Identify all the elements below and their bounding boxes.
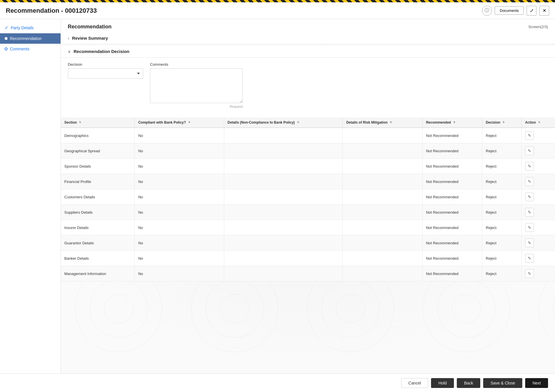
cell-section: Customers Details — [61, 189, 135, 205]
cell-compliant: No — [135, 189, 224, 205]
cell-details-risk — [343, 174, 422, 189]
chevron-right-icon: › — [68, 36, 69, 41]
edit-button[interactable]: ✎ — [525, 239, 534, 247]
app-container: Recommendation - 000120733 ⓘ Documents ⤢… — [0, 0, 555, 392]
hazard-stripe — [0, 0, 555, 2]
back-button[interactable]: Back — [457, 378, 480, 388]
sort-icon-section[interactable]: ⇅ — [79, 121, 81, 124]
cell-details-nc — [224, 143, 343, 159]
cell-section: Sponsor Details — [61, 159, 135, 174]
edit-button[interactable]: ✎ — [525, 193, 534, 201]
content-title: Recommendation — [68, 24, 112, 30]
recommendation-decision-section: ∨ Recommendation Decision Decision — [61, 45, 555, 281]
cell-compliant: No — [135, 143, 224, 159]
table-container: Section ⇅ Compliant with Bank Policy? ⇅ — [61, 118, 555, 281]
cell-details-risk — [343, 189, 422, 205]
cell-decision: Reject — [482, 235, 522, 251]
form-row: Decision Comments Required — [68, 62, 548, 108]
table-row: Guarantor DetailsNoNot RecommendedReject… — [61, 235, 555, 251]
cell-compliant: No — [135, 235, 224, 251]
edit-button[interactable]: ✎ — [525, 131, 534, 140]
cell-action: ✎ — [521, 220, 555, 235]
table-header-row: Section ⇅ Compliant with Bank Policy? ⇅ — [61, 118, 555, 128]
save-close-button[interactable]: Save & Close — [483, 378, 522, 388]
cell-action: ✎ — [521, 235, 555, 251]
sort-icon-details-risk[interactable]: ⇅ — [390, 121, 392, 124]
required-label: Required — [150, 105, 243, 108]
info-button[interactable]: ⓘ — [482, 6, 492, 16]
cell-recommended: Not Recommended — [422, 189, 482, 205]
sort-icon-details-nc[interactable]: ⇅ — [297, 121, 299, 124]
cancel-button[interactable]: Cancel — [401, 378, 428, 388]
cell-compliant: No — [135, 220, 224, 235]
dot-icon-comments — [5, 47, 8, 50]
cell-details-risk — [343, 159, 422, 174]
table-row: Sponsor DetailsNoNot RecommendedReject✎ — [61, 159, 555, 174]
sidebar-item-comments[interactable]: Comments — [0, 44, 61, 54]
cell-details-nc — [224, 189, 343, 205]
cell-recommended: Not Recommended — [422, 174, 482, 189]
edit-button[interactable]: ✎ — [525, 177, 534, 186]
sidebar: ✓ Party Details Recommendation Comments — [0, 19, 61, 373]
cell-details-risk — [343, 235, 422, 251]
next-button[interactable]: Next — [525, 378, 548, 388]
sort-icon-decision[interactable]: ⇅ — [503, 121, 505, 124]
cell-details-nc — [224, 174, 343, 189]
documents-button[interactable]: Documents — [495, 6, 524, 15]
edit-button[interactable]: ✎ — [525, 162, 534, 171]
cell-recommended: Not Recommended — [422, 205, 482, 220]
content-inner: Recommendation Screen(2/3) › Review Summ… — [61, 19, 555, 373]
edit-button[interactable]: ✎ — [525, 208, 534, 217]
close-button[interactable]: ✕ — [539, 6, 549, 16]
table-row: Suppliers DetailsNoNot RecommendedReject… — [61, 205, 555, 220]
col-section: Section ⇅ — [61, 118, 135, 128]
table-row: Management InformationNoNot RecommendedR… — [61, 266, 555, 281]
cell-decision: Reject — [482, 220, 522, 235]
comments-label: Comments — [150, 62, 243, 67]
table-row: Insurer DetailsNoNot RecommendedReject✎ — [61, 220, 555, 235]
cell-action: ✎ — [521, 251, 555, 266]
cell-compliant: No — [135, 266, 224, 281]
cell-decision: Reject — [482, 174, 522, 189]
recommendation-decision-header[interactable]: ∨ Recommendation Decision — [61, 45, 555, 58]
cell-section: Demographics — [61, 128, 135, 143]
cell-details-nc — [224, 235, 343, 251]
cell-decision: Reject — [482, 205, 522, 220]
sidebar-item-recommendation[interactable]: Recommendation — [0, 33, 61, 44]
comments-textarea[interactable] — [150, 68, 243, 103]
sidebar-label-comments: Comments — [10, 47, 30, 51]
cell-action: ✎ — [521, 128, 555, 143]
edit-button[interactable]: ✎ — [525, 254, 534, 263]
sort-icon-recommended[interactable]: ⇅ — [453, 121, 455, 124]
table-head: Section ⇅ Compliant with Bank Policy? ⇅ — [61, 118, 555, 128]
sort-icon-action[interactable]: ⇅ — [538, 121, 540, 124]
sidebar-label-recommendation: Recommendation — [10, 36, 42, 41]
review-summary-section[interactable]: › Review Summary — [61, 32, 555, 44]
cell-recommended: Not Recommended — [422, 159, 482, 174]
cell-details-risk — [343, 266, 422, 281]
decision-select[interactable] — [68, 68, 143, 79]
col-recommended: Recommended ⇅ — [422, 118, 482, 128]
table-row: DemographicsNoNot RecommendedReject✎ — [61, 128, 555, 143]
cell-action: ✎ — [521, 189, 555, 205]
hold-button[interactable]: Hold — [431, 378, 454, 388]
edit-button[interactable]: ✎ — [525, 223, 534, 232]
edit-button[interactable]: ✎ — [525, 146, 534, 155]
main-layout: ✓ Party Details Recommendation Comments … — [0, 19, 555, 373]
cell-decision: Reject — [482, 251, 522, 266]
expand-button[interactable]: ⤢ — [527, 6, 536, 16]
col-details-non-compliance: Details (Non-Compliance to Bank Policy) … — [224, 118, 343, 128]
cell-recommended: Not Recommended — [422, 266, 482, 281]
sidebar-item-party-details[interactable]: ✓ Party Details — [0, 22, 61, 33]
table-row: Customers DetailsNoNot RecommendedReject… — [61, 189, 555, 205]
cell-action: ✎ — [521, 143, 555, 159]
edit-button[interactable]: ✎ — [525, 269, 534, 278]
cell-details-risk — [343, 128, 422, 143]
cell-decision: Reject — [482, 143, 522, 159]
table-row: Banker DetailsNoNot RecommendedReject✎ — [61, 251, 555, 266]
cell-recommended: Not Recommended — [422, 143, 482, 159]
sort-icon-compliant[interactable]: ⇅ — [188, 121, 190, 124]
cell-action: ✎ — [521, 266, 555, 281]
cell-section: Geographical Spread — [61, 143, 135, 159]
col-action: Action ⇅ — [521, 118, 555, 128]
